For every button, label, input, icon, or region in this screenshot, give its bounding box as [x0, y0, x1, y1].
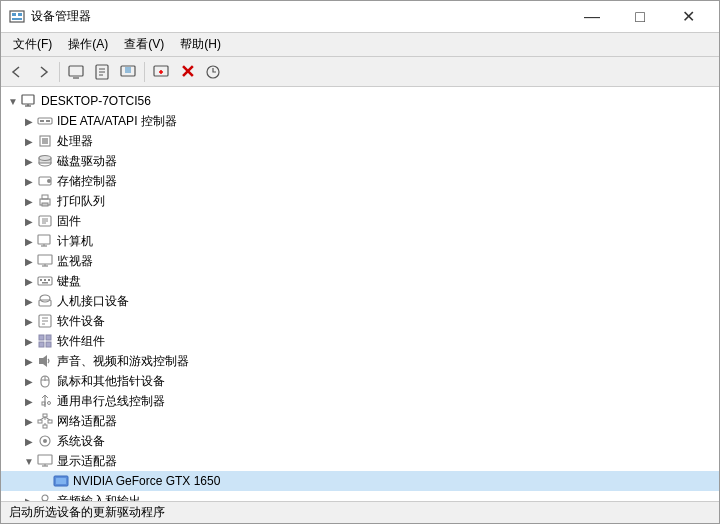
toggle-network[interactable]: ▶ — [21, 413, 37, 429]
mouse-label: 鼠标和其他指针设备 — [57, 373, 165, 390]
toggle-storage[interactable]: ▶ — [21, 173, 37, 189]
menu-action[interactable]: 操作(A) — [60, 33, 116, 56]
toggle-firmware[interactable]: ▶ — [21, 213, 37, 229]
icon-keyboard — [37, 273, 53, 289]
icon-usb — [37, 393, 53, 409]
svg-rect-31 — [42, 203, 48, 206]
props-button[interactable] — [90, 60, 114, 84]
svg-rect-44 — [44, 279, 46, 281]
toggle-nvidia: ▶ — [37, 473, 53, 489]
toggle-keyboard[interactable]: ▶ — [21, 273, 37, 289]
device-tree[interactable]: ▼ DESKTOP-7OTCI56 ▶ IDE ATA/ATAPI 控制器 ▶ — [1, 87, 719, 501]
menu-file[interactable]: 文件(F) — [5, 33, 60, 56]
tree-item-softcomp[interactable]: ▶ 软件组件 — [1, 331, 719, 351]
scan-toolbar-button[interactable] — [201, 60, 225, 84]
tree-item-root[interactable]: ▼ DESKTOP-7OTCI56 — [1, 91, 719, 111]
tree-item-sysdev[interactable]: ▶ 系统设备 — [1, 431, 719, 451]
tree-item-firmware[interactable]: ▶ 固件 — [1, 211, 719, 231]
tree-item-monitor[interactable]: ▶ 监视器 — [1, 251, 719, 271]
hid-label: 人机接口设备 — [57, 293, 129, 310]
close-button[interactable]: ✕ — [665, 1, 711, 33]
maximize-button[interactable]: □ — [617, 1, 663, 33]
svg-rect-2 — [18, 13, 22, 16]
back-button[interactable] — [5, 60, 29, 84]
toggle-disk[interactable]: ▶ — [21, 153, 37, 169]
toggle-usb[interactable]: ▶ — [21, 393, 37, 409]
tree-item-nvidia[interactable]: ▶ NVIDIA GeForce GTX 1650 — [1, 471, 719, 491]
toolbar-sep-1 — [59, 62, 60, 82]
softdev-label: 软件设备 — [57, 313, 105, 330]
tree-item-hid[interactable]: ▶ 人机接口设备 — [1, 291, 719, 311]
svg-rect-65 — [38, 420, 42, 423]
svg-rect-21 — [46, 120, 50, 122]
svg-rect-20 — [40, 120, 44, 122]
tree-item-audio[interactable]: ▶ 音频输入和输出 — [1, 491, 719, 501]
svg-rect-39 — [38, 255, 52, 264]
menu-view[interactable]: 查看(V) — [116, 33, 172, 56]
forward-button[interactable] — [31, 60, 55, 84]
toggle-audio[interactable]: ▶ — [21, 493, 37, 501]
tree-item-softdev[interactable]: ▶ 软件设备 — [1, 311, 719, 331]
icon-sysdev — [37, 433, 53, 449]
window-controls: — □ ✕ — [569, 1, 711, 33]
keyboard-label: 键盘 — [57, 273, 81, 290]
toggle-display[interactable]: ▼ — [21, 453, 37, 469]
toggle-mouse[interactable]: ▶ — [21, 373, 37, 389]
display-label: 显示适配器 — [57, 453, 117, 470]
tree-item-sound[interactable]: ▶ 声音、视频和游戏控制器 — [1, 351, 719, 371]
svg-rect-55 — [39, 342, 44, 347]
toggle-sysdev[interactable]: ▶ — [21, 433, 37, 449]
tree-item-computer[interactable]: ▶ 计算机 — [1, 231, 719, 251]
disable-toolbar-button[interactable]: ✕ — [175, 60, 199, 84]
svg-rect-4 — [69, 66, 83, 76]
toggle-softcomp[interactable]: ▶ — [21, 333, 37, 349]
icon-computer — [21, 93, 37, 109]
tree-item-ide[interactable]: ▶ IDE ATA/ATAPI 控制器 — [1, 111, 719, 131]
svg-point-73 — [43, 439, 47, 443]
menu-help[interactable]: 帮助(H) — [172, 33, 229, 56]
svg-rect-36 — [38, 235, 50, 244]
nvidia-label: NVIDIA GeForce GTX 1650 — [73, 474, 220, 488]
firmware-label: 固件 — [57, 213, 81, 230]
toggle-ide[interactable]: ▶ — [21, 113, 37, 129]
toggle-sound[interactable]: ▶ — [21, 353, 37, 369]
tree-item-display[interactable]: ▼ 显示适配器 — [1, 451, 719, 471]
minimize-button[interactable]: — — [569, 1, 615, 33]
toggle-monitor[interactable]: ▶ — [21, 253, 37, 269]
svg-point-28 — [47, 179, 51, 183]
icon-computer2 — [37, 233, 53, 249]
icon-storage — [37, 173, 53, 189]
audio-label: 音频输入和输出 — [57, 493, 141, 502]
window-title: 设备管理器 — [31, 8, 569, 25]
toggle-print[interactable]: ▶ — [21, 193, 37, 209]
tree-item-keyboard[interactable]: ▶ 键盘 — [1, 271, 719, 291]
toggle-cpu[interactable]: ▶ — [21, 133, 37, 149]
svg-rect-78 — [56, 478, 66, 484]
tree-item-usb[interactable]: ▶ 通用串行总线控制器 — [1, 391, 719, 411]
tree-item-disk[interactable]: ▶ 磁盘驱动器 — [1, 151, 719, 171]
computer-button[interactable] — [64, 60, 88, 84]
svg-rect-45 — [48, 279, 50, 281]
svg-rect-30 — [42, 195, 48, 199]
tree-item-print[interactable]: ▶ 打印队列 — [1, 191, 719, 211]
sysdev-label: 系统设备 — [57, 433, 105, 450]
icon-monitor — [37, 253, 53, 269]
tree-item-mouse[interactable]: ▶ 鼠标和其他指针设备 — [1, 371, 719, 391]
icon-disk — [37, 153, 53, 169]
toggle-root[interactable]: ▼ — [5, 93, 21, 109]
toggle-computer[interactable]: ▶ — [21, 233, 37, 249]
toggle-hid[interactable]: ▶ — [21, 293, 37, 309]
tree-item-cpu[interactable]: ▶ 处理器 — [1, 131, 719, 151]
monitor2-button[interactable] — [116, 60, 140, 84]
tree-item-network[interactable]: ▶ 网络适配器 — [1, 411, 719, 431]
svg-rect-11 — [125, 67, 131, 73]
tree-item-storage[interactable]: ▶ 存储控制器 — [1, 171, 719, 191]
svg-point-63 — [48, 402, 51, 405]
toggle-softdev[interactable]: ▶ — [21, 313, 37, 329]
icon-softcomp — [37, 333, 53, 349]
svg-rect-57 — [39, 358, 43, 364]
root-label: DESKTOP-7OTCI56 — [41, 94, 151, 108]
sound-label: 声音、视频和游戏控制器 — [57, 353, 189, 370]
device-manager-window: 设备管理器 — □ ✕ 文件(F) 操作(A) 查看(V) 帮助(H) — [0, 0, 720, 524]
update-driver-toolbar-button[interactable] — [149, 60, 173, 84]
